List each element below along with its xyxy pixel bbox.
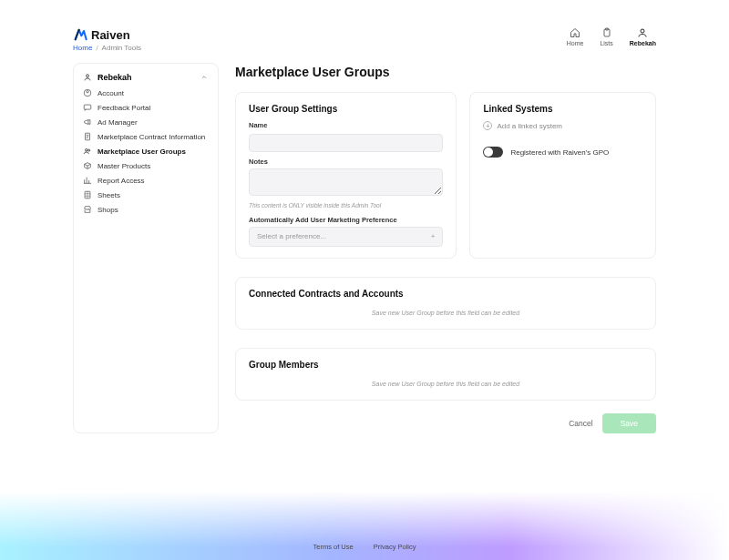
sidebar-item-ad-manager[interactable]: Ad Manager — [74, 115, 218, 129]
user-badge-icon — [83, 73, 92, 82]
breadcrumb: Home / Admin Tools — [73, 44, 141, 52]
add-linked-system[interactable]: + Add a linked system — [483, 121, 642, 130]
sidebar-item-feedback-portal[interactable]: Feedback Portal — [74, 100, 218, 115]
logo-icon — [73, 27, 87, 42]
topnav-lists-label: Lists — [600, 40, 612, 46]
sidebar-item-marketplace-user-groups[interactable]: Marketplace User Groups — [74, 144, 218, 158]
sidebar-item-label: Marketplace Contract Information — [98, 133, 205, 141]
notes-hint: This content is ONLY visible inside this… — [249, 202, 443, 209]
name-label: Name — [249, 121, 443, 129]
sidebar-item-shops[interactable]: Shops — [74, 202, 218, 217]
topnav-home-label: Home — [567, 40, 584, 46]
doc-icon — [83, 132, 92, 141]
chart-icon — [83, 176, 92, 185]
svg-point-3 — [87, 75, 89, 77]
connected-contracts-card: Connected Contracts and Accounts Save ne… — [235, 277, 656, 330]
sidebar-item-label: Account — [98, 89, 124, 97]
gpo-toggle[interactable] — [483, 147, 503, 158]
contracts-heading: Connected Contracts and Accounts — [249, 289, 642, 299]
sidebar-item-label: Ad Manager — [98, 118, 138, 127]
user-icon — [637, 27, 648, 38]
notes-input[interactable] — [249, 168, 443, 196]
home-icon — [570, 27, 580, 38]
notes-label: Notes — [249, 158, 443, 166]
members-heading: Group Members — [249, 360, 642, 370]
settings-heading: User Group Settings — [249, 104, 443, 114]
breadcrumb-home[interactable]: Home — [73, 44, 92, 52]
add-linked-label: Add a linked system — [497, 122, 562, 130]
svg-point-8 — [86, 149, 88, 152]
topnav-lists[interactable]: Lists — [600, 27, 612, 46]
sidebar-item-account[interactable]: Account — [74, 86, 218, 100]
sidebar-item-sheets[interactable]: Sheets — [74, 188, 218, 202]
breadcrumb-current: Admin Tools — [102, 44, 141, 52]
cancel-button[interactable]: Cancel — [569, 419, 592, 428]
footer-links: Terms of Use Privacy Policy — [0, 543, 729, 551]
sidebar-item-label: Feedback Portal — [98, 104, 150, 112]
gpo-label: Registered with Raiven's GPO — [510, 148, 609, 157]
megaphone-icon — [83, 117, 92, 127]
footer-privacy[interactable]: Privacy Policy — [374, 543, 416, 551]
breadcrumb-sep: / — [95, 44, 100, 52]
plus-icon[interactable]: + — [431, 233, 436, 240]
page-title: Marketplace User Groups — [235, 65, 656, 79]
sidebar-item-label: Shops — [98, 206, 118, 214]
svg-rect-6 — [84, 105, 91, 109]
sidebar-item-marketplace-contract-information[interactable]: Marketplace Contract Information — [74, 129, 218, 144]
pref-select[interactable]: Select a preference... + — [249, 227, 443, 247]
box-icon — [83, 161, 92, 170]
svg-point-2 — [641, 29, 644, 33]
name-input[interactable] — [249, 134, 443, 152]
sidebar: Rebekah AccountFeedback PortalAd Manager… — [73, 63, 219, 433]
chevron-up-icon — [200, 73, 209, 82]
sidebar-item-label: Report Access — [98, 177, 145, 185]
topnav-home[interactable]: Home — [567, 27, 584, 46]
users-icon — [83, 147, 92, 156]
linked-heading: Linked Systems — [483, 104, 642, 114]
user-group-settings-card: User Group Settings Name Notes This cont… — [235, 92, 457, 259]
save-button[interactable]: Save — [602, 413, 656, 433]
topnav-user-label: Rebekah — [630, 40, 656, 46]
sidebar-item-master-products[interactable]: Master Products — [74, 158, 218, 173]
sidebar-item-report-access[interactable]: Report Access — [74, 173, 218, 188]
sidebar-item-label: Master Products — [98, 162, 150, 170]
clipboard-icon — [601, 27, 612, 38]
contracts-empty: Save new User Group before this field ca… — [249, 306, 642, 318]
footer-terms[interactable]: Terms of Use — [313, 543, 354, 551]
brand[interactable]: Raiven — [73, 27, 141, 42]
pref-placeholder: Select a preference... — [257, 232, 326, 240]
chat-icon — [83, 103, 92, 112]
user-circle-icon — [83, 88, 92, 97]
svg-point-4 — [87, 91, 89, 94]
sidebar-header[interactable]: Rebekah — [74, 71, 218, 86]
topnav-user[interactable]: Rebekah — [630, 27, 656, 46]
pref-label: Automatically Add User Marketing Prefere… — [249, 216, 443, 224]
group-members-card: Group Members Save new User Group before… — [235, 348, 656, 401]
sidebar-item-label: Sheets — [98, 191, 120, 199]
sheet-icon — [83, 190, 92, 199]
linked-systems-card: Linked Systems + Add a linked system Reg… — [469, 92, 656, 259]
svg-point-9 — [88, 149, 90, 151]
members-empty: Save new User Group before this field ca… — [249, 377, 642, 389]
shop-icon — [83, 205, 92, 214]
brand-name: Raiven — [91, 28, 130, 42]
sidebar-header-label: Rebekah — [98, 73, 132, 82]
add-circle-icon: + — [483, 121, 492, 130]
sidebar-item-label: Marketplace User Groups — [98, 148, 186, 156]
